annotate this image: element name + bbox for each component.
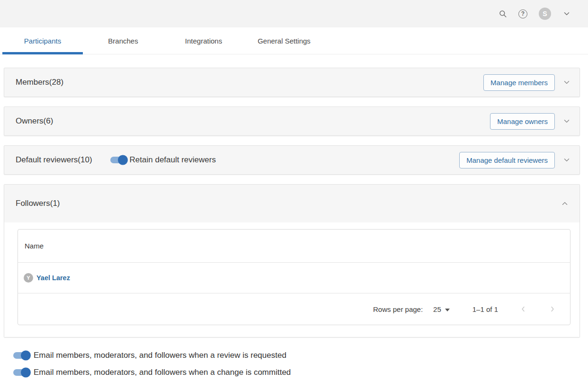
tab-branches[interactable]: Branches bbox=[83, 27, 163, 54]
section-title: Default reviewers(10) bbox=[16, 155, 92, 165]
chevron-down-icon[interactable] bbox=[562, 9, 571, 18]
section-members: Members(28) Manage members bbox=[4, 68, 580, 97]
tab-integrations[interactable]: Integrations bbox=[163, 27, 244, 54]
section-owners: Owners(6) Manage owners bbox=[4, 106, 580, 136]
section-title: Owners(6) bbox=[16, 116, 53, 126]
toggle-label: Email members, moderators, and followers… bbox=[34, 368, 291, 377]
toggle-knob bbox=[21, 351, 31, 361]
toggle-knob bbox=[118, 155, 128, 165]
email-change-committed-toggle[interactable] bbox=[13, 369, 29, 376]
section-owners-header[interactable]: Owners(6) Manage owners bbox=[4, 107, 579, 135]
section-title: Followers(1) bbox=[16, 199, 60, 208]
toggle-label: Email members, moderators, and followers… bbox=[34, 351, 286, 360]
tab-participants[interactable]: Participants bbox=[2, 27, 83, 54]
section-followers: Followers(1) Name Y Yael Larez Rows per … bbox=[4, 184, 580, 337]
toggle-label: Retain default reviewers bbox=[130, 155, 216, 165]
pagination-range: 1–1 of 1 bbox=[472, 305, 498, 313]
column-header-name: Name bbox=[18, 230, 570, 263]
manage-default-reviewers-button[interactable]: Manage default reviewers bbox=[459, 152, 555, 168]
rows-per-page-label: Rows per page: bbox=[373, 305, 423, 313]
next-page-button[interactable] bbox=[548, 305, 557, 313]
topbar: ? S bbox=[0, 0, 588, 27]
previous-page-button[interactable] bbox=[519, 305, 527, 313]
followers-panel: Name Y Yael Larez Rows per page: 25 1–1 … bbox=[4, 222, 579, 337]
avatar: Y bbox=[24, 273, 33, 283]
avatar[interactable]: S bbox=[539, 8, 551, 20]
help-icon[interactable]: ? bbox=[518, 9, 527, 18]
section-default-reviewers: Default reviewers(10) Retain default rev… bbox=[4, 145, 580, 175]
retain-default-reviewers-toggle[interactable] bbox=[110, 157, 126, 163]
tab-bar: Participants Branches Integrations Gener… bbox=[0, 27, 588, 54]
tab-general-settings[interactable]: General Settings bbox=[244, 27, 324, 54]
section-members-header[interactable]: Members(28) Manage members bbox=[4, 68, 579, 97]
participants-content: Members(28) Manage members Owners(6) Man… bbox=[4, 68, 580, 379]
chevron-up-icon[interactable] bbox=[561, 199, 569, 208]
rows-per-page-value: 25 bbox=[433, 305, 441, 313]
section-followers-header[interactable]: Followers(1) bbox=[4, 185, 579, 222]
table-row: Y Yael Larez bbox=[18, 263, 570, 293]
email-notification-settings: Email members, moderators, and followers… bbox=[13, 349, 580, 379]
toggle-knob bbox=[21, 368, 31, 378]
email-toggle-row: Email members, moderators, and followers… bbox=[13, 349, 580, 362]
search-icon[interactable] bbox=[499, 9, 507, 18]
manage-owners-button[interactable]: Manage owners bbox=[490, 113, 555, 130]
email-toggle-row: Email members, moderators, and followers… bbox=[13, 366, 580, 379]
section-default-reviewers-header[interactable]: Default reviewers(10) Retain default rev… bbox=[4, 146, 579, 174]
follower-name-link[interactable]: Yael Larez bbox=[36, 274, 70, 282]
table-pagination: Rows per page: 25 1–1 of 1 bbox=[18, 293, 570, 325]
followers-table: Name Y Yael Larez Rows per page: 25 1–1 … bbox=[18, 229, 570, 325]
caret-down-icon bbox=[445, 309, 450, 311]
email-review-requested-toggle[interactable] bbox=[13, 352, 29, 359]
manage-members-button[interactable]: Manage members bbox=[483, 74, 555, 91]
rows-per-page-select[interactable]: 25 bbox=[433, 305, 450, 313]
chevron-down-icon[interactable] bbox=[562, 78, 571, 87]
chevron-down-icon[interactable] bbox=[562, 117, 571, 125]
section-title: Members(28) bbox=[16, 78, 63, 87]
chevron-down-icon[interactable] bbox=[562, 156, 571, 164]
